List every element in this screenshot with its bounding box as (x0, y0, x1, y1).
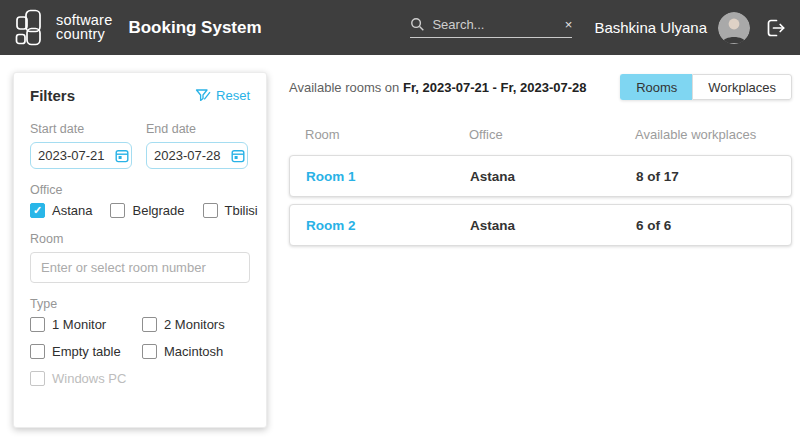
company-logo: software country (14, 8, 112, 48)
table-header-row: Room Office Available workplaces (289, 127, 792, 142)
end-date-input[interactable] (146, 142, 248, 169)
checkbox-icon[interactable] (110, 203, 125, 218)
filter-reset-icon (195, 88, 211, 103)
type-label: Type (30, 297, 250, 311)
available-workplaces-cell: 6 of 6 (636, 218, 775, 233)
office-label: Office (30, 183, 250, 197)
checkbox-icon[interactable] (203, 203, 218, 218)
logo-text: software country (56, 14, 112, 41)
main-area: Available rooms on Fr, 2023-07-21 - Fr, … (289, 74, 792, 253)
avatar[interactable] (718, 12, 750, 44)
checkbox-type-macintosh[interactable]: Macintosh (142, 344, 250, 359)
available-workplaces-cell: 8 of 17 (636, 169, 775, 184)
search-icon (410, 17, 425, 32)
filters-panel: Filters Reset Start date (13, 72, 267, 428)
calendar-icon[interactable] (231, 149, 245, 163)
start-date-value[interactable] (38, 148, 110, 163)
room-input[interactable] (30, 252, 250, 283)
checkbox-checked-icon[interactable] (30, 203, 45, 218)
office-cell: Astana (470, 218, 636, 233)
column-header-available-workplaces: Available workplaces (635, 127, 776, 142)
tab-rooms[interactable]: Rooms (620, 74, 692, 100)
table-row[interactable]: Room 1 Astana 8 of 17 (289, 155, 792, 197)
checkbox-icon-disabled (30, 371, 45, 386)
checkbox-icon[interactable] (30, 344, 45, 359)
column-header-office: Office (469, 127, 635, 142)
checkbox-type-windows-pc: Windows PC (30, 371, 142, 386)
start-date-input[interactable] (30, 142, 132, 169)
app-header: software country Booking System × Bashki… (0, 0, 800, 55)
calendar-icon[interactable] (115, 149, 129, 163)
checkbox-office-tbilisi[interactable]: Tbilisi (203, 203, 258, 218)
view-toggle: Rooms Workplaces (620, 74, 792, 100)
availability-date-range: Fr, 2023-07-21 - Fr, 2023-07-28 (403, 80, 587, 95)
filters-title: Filters (30, 87, 75, 104)
end-date-label: End date (146, 122, 248, 136)
checkbox-type-2-monitors[interactable]: 2 Monitors (142, 317, 250, 332)
search-input[interactable] (432, 17, 557, 32)
start-date-label: Start date (30, 122, 132, 136)
logout-icon[interactable] (764, 17, 786, 39)
office-cell: Astana (470, 169, 636, 184)
checkbox-office-belgrade[interactable]: Belgrade (110, 203, 184, 218)
checkbox-icon[interactable] (142, 344, 157, 359)
room-label: Room (30, 232, 250, 246)
user-name[interactable]: Bashkina Ulyana (594, 19, 707, 36)
logo-icon (14, 8, 50, 48)
checkbox-icon[interactable] (142, 317, 157, 332)
search-box[interactable]: × (410, 17, 572, 38)
end-date-value[interactable] (154, 148, 226, 163)
page-title: Booking System (128, 18, 261, 38)
checkbox-icon[interactable] (30, 317, 45, 332)
availability-text: Available rooms on Fr, 2023-07-21 - Fr, … (289, 80, 587, 95)
room-link[interactable]: Room 2 (306, 218, 470, 233)
checkbox-type-1-monitor[interactable]: 1 Monitor (30, 317, 142, 332)
checkbox-office-astana[interactable]: Astana (30, 203, 92, 218)
search-clear-icon[interactable]: × (565, 18, 573, 31)
reset-filters-button[interactable]: Reset (195, 88, 250, 103)
room-link[interactable]: Room 1 (306, 169, 470, 184)
tab-workplaces[interactable]: Workplaces (692, 74, 792, 100)
checkbox-type-empty-table[interactable]: Empty table (30, 344, 142, 359)
column-header-room: Room (305, 127, 469, 142)
table-row[interactable]: Room 2 Astana 6 of 6 (289, 204, 792, 246)
